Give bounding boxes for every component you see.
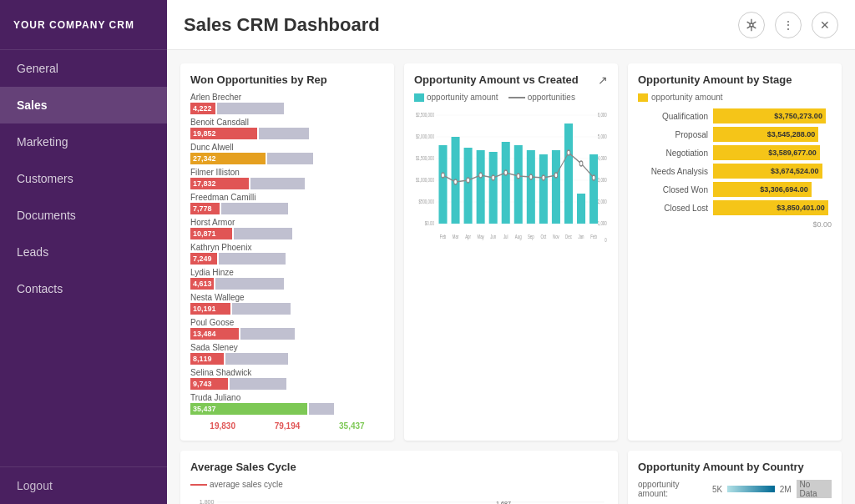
rep-bar-colored: 4,222 (190, 103, 215, 114)
svg-text:Jun: Jun (490, 234, 496, 239)
rep-name: Horst Armor (190, 218, 384, 227)
rep-row: Filmer Illiston17,832 (190, 168, 384, 189)
stage-row: Closed Lost$3,850,401.00 (638, 200, 832, 215)
svg-text:May: May (477, 234, 483, 239)
rep-bar-colored: 10,191 (190, 303, 230, 315)
more-options-button[interactable]: ⋮ (775, 12, 802, 38)
sidebar-item-leads[interactable]: Leads (0, 234, 167, 270)
svg-text:6,000: 6,000 (598, 112, 608, 118)
close-button[interactable]: ✕ (812, 12, 838, 38)
rep-name: Lydia Hinze (190, 268, 384, 277)
stage-label: Closed Won (638, 185, 713, 194)
svg-text:5,000: 5,000 (598, 134, 608, 139)
svg-text:Oct: Oct (540, 234, 546, 239)
opp-vs-card: Opportunity Amount vs Created ↗ opportun… (404, 63, 618, 441)
svg-point-44 (504, 170, 508, 175)
stage-list: Qualification$3,750,273.00Proposal$3,545… (638, 108, 832, 215)
rep-name: Nesta Wallege (190, 293, 384, 302)
rep-bar-colored: 27,342 (190, 153, 266, 164)
svg-line-3 (747, 22, 751, 23)
sidebar: YOUR COMPANY CRM General Sales Marketing… (0, 0, 167, 504)
svg-point-43 (492, 175, 495, 180)
main-content: Sales CRM Dashboard ⋮ ✕ Won Opportunitie… (167, 0, 855, 504)
sidebar-item-sales[interactable]: Sales (0, 87, 167, 123)
rep-bar-gray (240, 328, 295, 340)
svg-rect-37 (577, 194, 585, 224)
stage-value: $3,545,288.00 (767, 130, 816, 139)
rep-bars: 9,743 (190, 378, 384, 390)
stage-row: Needs Analysis$3,674,524.00 (638, 164, 832, 179)
rep-bars: 8,119 (190, 353, 384, 365)
logout-button[interactable]: Logout (0, 466, 167, 504)
stage-value: $3,850,401.00 (777, 204, 825, 212)
avg-sales-title: Average Sales Cycle (190, 461, 608, 473)
stage-label: Needs Analysis (638, 167, 713, 176)
svg-point-50 (579, 161, 583, 166)
stage-value: $3,750,273.00 (774, 112, 822, 120)
rep-bar-gray (234, 228, 292, 239)
opp-country-legend: opportunity amount: 5K 2M No Data (638, 480, 832, 498)
filter-button[interactable] (738, 12, 765, 38)
rep-bars: 19,852 (190, 128, 384, 139)
stage-row: Negotiation$3,589,677.00 (638, 145, 832, 160)
rep-bars: 4,222 (190, 103, 384, 114)
rep-bar-colored: 7,778 (190, 203, 220, 214)
svg-text:$2,500,000: $2,500,000 (416, 112, 434, 118)
map-legend-label: opportunity amount: (638, 480, 707, 498)
rep-row: Kathryn Phoenix7,249 (190, 243, 384, 265)
stage-legend-label: opportunity amount (651, 93, 723, 102)
svg-text:$500,000: $500,000 (419, 199, 435, 204)
svg-rect-33 (527, 150, 535, 224)
svg-line-4 (753, 26, 756, 28)
opp-vs-chart: $2,500,000 $2,000,000 $1,500,000 $1,000,… (414, 107, 608, 257)
rep-bar-colored: 35,437 (190, 403, 307, 415)
opp-country-card: Opportunity Amount by Country opportunit… (628, 451, 842, 504)
rep-bar-colored: 4,613 (190, 278, 214, 290)
won-opp-list: Arlen Brecher4,222Benoit Cansdall19,852D… (190, 93, 384, 415)
stage-bar: $3,545,288.00 (713, 127, 818, 142)
rep-row: Nesta Wallege10,191 (190, 293, 384, 315)
rep-row: Truda Juliano35,437 (190, 393, 384, 415)
rep-bar-gray (250, 178, 305, 189)
sidebar-item-customers[interactable]: Customers (0, 160, 167, 197)
rep-bars: 7,249 (190, 253, 384, 265)
rep-row: Horst Armor10,871 (190, 218, 384, 239)
rep-bar-colored: 8,119 (190, 353, 224, 365)
svg-text:3,000: 3,000 (598, 177, 608, 183)
svg-rect-28 (464, 148, 473, 224)
sidebar-item-documents[interactable]: Documents (0, 197, 167, 234)
stage-axis: $0.00 (638, 219, 832, 229)
svg-text:Jan: Jan (578, 234, 584, 239)
sidebar-item-contacts[interactable]: Contacts (0, 270, 167, 307)
rep-bar-gray (215, 278, 284, 290)
stage-row: Proposal$3,545,288.00 (638, 127, 832, 142)
stage-row: Qualification$3,750,273.00 (638, 108, 832, 123)
svg-text:Dec: Dec (565, 234, 572, 239)
sidebar-item-marketing[interactable]: Marketing (0, 123, 167, 160)
rep-bar-gray (225, 353, 288, 365)
stage-row: Closed Won$3,306,694.00 (638, 182, 832, 197)
rep-bar-colored: 7,249 (190, 253, 217, 265)
svg-text:$1,500,000: $1,500,000 (416, 155, 434, 161)
stage-label: Negotiation (638, 149, 713, 158)
svg-point-0 (750, 23, 753, 27)
stage-bar-wrap: $3,589,677.00 (713, 145, 832, 160)
rep-bar-colored: 10,871 (190, 228, 232, 239)
rep-bars: 35,437 (190, 403, 384, 415)
stage-bar: $3,306,694.00 (713, 182, 812, 197)
svg-text:1,687: 1,687 (496, 499, 511, 504)
rep-name: Filmer Illiston (190, 168, 384, 177)
rep-name: Truda Juliano (190, 393, 384, 402)
svg-rect-30 (489, 152, 498, 224)
stage-bar-wrap: $3,545,288.00 (713, 127, 832, 142)
svg-line-5 (747, 26, 751, 28)
stage-bar-wrap: $3,850,401.00 (713, 200, 832, 215)
opp-stage-legend: opportunity amount (638, 93, 832, 102)
won-opportunities-card: Won Opportunities by Rep Arlen Brecher4,… (180, 63, 394, 441)
rep-name: Arlen Brecher (190, 93, 384, 102)
svg-text:2,000: 2,000 (598, 199, 608, 204)
rep-row: Lydia Hinze4,613 (190, 268, 384, 290)
sidebar-item-general[interactable]: General (0, 50, 167, 87)
avg-legend: average sales cycle (190, 480, 283, 489)
expand-icon[interactable]: ↗ (598, 73, 608, 87)
